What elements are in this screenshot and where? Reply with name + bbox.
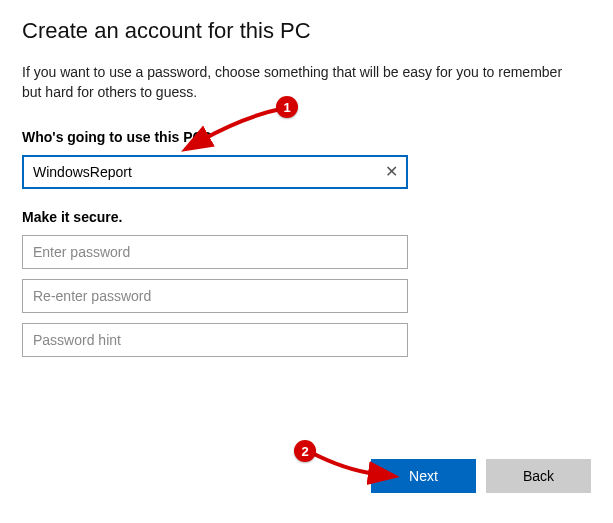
secure-label: Make it secure. [22,209,591,225]
username-label: Who's going to use this PC? [22,129,591,145]
clear-icon[interactable]: ✕ [381,160,402,184]
confirm-password-input[interactable] [22,279,408,313]
button-bar: Next Back [371,459,591,493]
annotation-badge-2: 2 [294,440,316,462]
next-button[interactable]: Next [371,459,476,493]
username-input[interactable] [22,155,408,189]
confirm-password-field-wrap [22,279,408,313]
username-field-wrap: ✕ [22,155,408,189]
annotation-1: 1 [190,96,310,156]
hint-field-wrap [22,323,408,357]
back-button[interactable]: Back [486,459,591,493]
page-title: Create an account for this PC [22,18,591,44]
password-input[interactable] [22,235,408,269]
password-hint-input[interactable] [22,323,408,357]
page-description: If you want to use a password, choose so… [22,62,582,103]
password-field-wrap [22,235,408,269]
